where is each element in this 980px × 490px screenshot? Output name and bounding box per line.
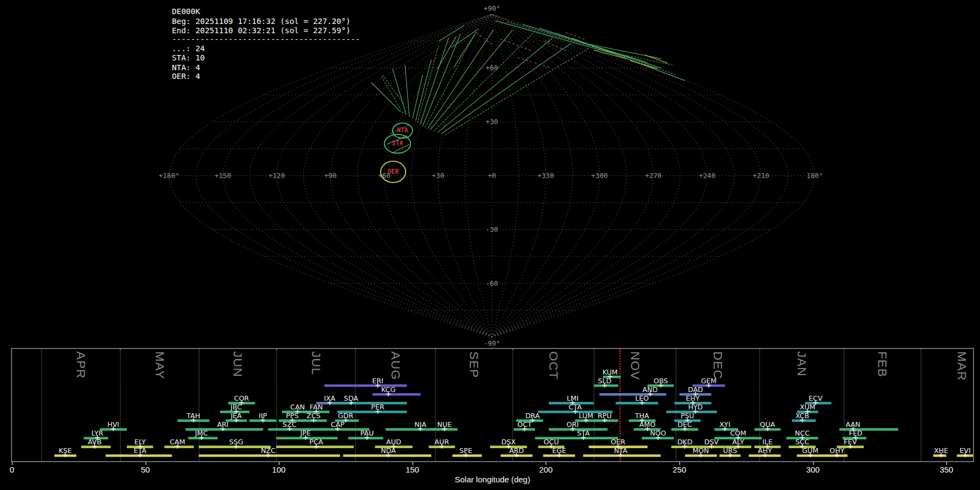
month-boundary-line <box>921 349 921 462</box>
x-tick-label: 100 <box>272 465 286 474</box>
month-label: OCT <box>547 351 561 379</box>
x-tick-label: 250 <box>673 465 687 474</box>
x-tick-label: 300 <box>806 465 820 474</box>
month-boundary-line <box>276 349 277 462</box>
shower-peak-marker-kcg: + <box>385 389 392 398</box>
shower-peak-marker-xcb: + <box>799 415 806 424</box>
x-tick-label: 0 <box>10 465 14 474</box>
shower-peak-marker-obs: + <box>658 381 664 389</box>
shower-bar-kcg <box>372 393 420 396</box>
shower-peak-marker-xyi: + <box>722 424 728 433</box>
shower-peak-marker-ari: + <box>219 424 226 433</box>
shower-peak-marker-ssg: + <box>233 442 240 450</box>
shower-peak-marker-nue: + <box>442 424 448 433</box>
month-label: JAN <box>795 351 809 377</box>
shower-peak-marker-jea: + <box>233 415 240 424</box>
month-boundary-line <box>120 349 120 462</box>
month-label: JUN <box>231 351 245 377</box>
month-label: MAY <box>152 351 167 379</box>
shower-peak-marker-nta: + <box>617 451 624 460</box>
shower-peak-marker-evi: + <box>962 451 969 460</box>
shower-peak-marker-nda: + <box>385 451 392 460</box>
shower-peak-marker-nia: + <box>417 424 424 433</box>
shower-peak-marker-kse: + <box>62 451 69 460</box>
shower-peak-marker-zcs: + <box>310 415 317 424</box>
month-boundary-line <box>199 349 199 462</box>
shower-peak-marker-sta: + <box>580 433 587 442</box>
plot-stage: +90°+60+30-30-60-90°+180°+150+120+90+60+… <box>0 0 980 490</box>
month-boundary-line <box>594 349 595 462</box>
shower-peak-marker-xhe: + <box>938 451 945 460</box>
shower-peak-marker-sld: + <box>602 381 608 389</box>
month-label: APR <box>74 351 88 379</box>
shower-peak-marker-jpe: + <box>302 433 309 442</box>
shower-peak-marker-szc: + <box>286 424 293 433</box>
shower-peak-marker-pau: + <box>364 433 370 442</box>
shower-peak-marker-rpu: + <box>602 415 608 424</box>
shower-peak-marker-fev: + <box>847 442 854 450</box>
month-boundary-line <box>355 349 356 462</box>
shower-peak-marker-pca: + <box>313 442 320 450</box>
x-axis-title: Solar longitude (deg) <box>11 475 974 484</box>
timeline-plot-area: APRMAYJUNJULAUGSEPOCTNOVDECJANFEBMARKUM+… <box>11 348 974 462</box>
month-label: AUG <box>388 351 402 380</box>
month-boundary-line <box>759 349 760 462</box>
month-boundary-line <box>41 349 42 462</box>
x-tick-label: 150 <box>406 465 419 474</box>
shower-peak-marker-mon: + <box>697 451 704 460</box>
shower-peak-marker-aur: + <box>439 442 445 450</box>
shower-peak-marker-per: + <box>375 407 381 415</box>
shower-peak-marker-urs: + <box>727 451 733 460</box>
shower-peak-marker-sda: + <box>348 398 354 407</box>
shower-peak-marker-eta: + <box>137 451 143 460</box>
month-label: SEP <box>467 351 481 378</box>
shower-peak-marker-spe: + <box>463 451 469 460</box>
shower-peak-marker-dec: + <box>682 424 688 433</box>
shower-peak-marker-avb: + <box>91 442 98 450</box>
month-label: JUL <box>309 351 323 375</box>
shower-peak-marker-tah: + <box>191 415 197 424</box>
shower-peak-marker-qua: + <box>764 424 771 433</box>
shower-peak-marker-dkd: + <box>682 442 688 450</box>
shower-peak-marker-noo: + <box>655 433 661 442</box>
shower-peak-marker-leo: + <box>639 398 645 407</box>
x-tick-label: 50 <box>141 465 150 474</box>
shower-peak-marker-ahy: + <box>762 451 768 460</box>
month-boundary-line <box>676 349 676 462</box>
x-tick-label: 200 <box>539 465 553 474</box>
shower-peak-marker-hvi: + <box>110 424 117 433</box>
shower-peak-marker-ori: + <box>569 424 576 433</box>
month-label: FEB <box>875 351 890 377</box>
month-label: NOV <box>628 351 642 380</box>
shower-peak-marker-ohy: + <box>834 451 841 460</box>
activity-timeline: APRMAYJUNJULAUGSEPOCTNOVDECJANFEBMARKUM+… <box>0 0 980 490</box>
shower-peak-marker-ege: + <box>556 451 562 460</box>
shower-peak-marker-eri: + <box>375 381 381 389</box>
shower-peak-marker-cap: + <box>334 424 341 433</box>
shower-peak-marker-dsv: + <box>708 442 715 450</box>
shower-peak-marker-jmc: + <box>198 433 205 442</box>
shower-peak-marker-cam: + <box>174 442 181 450</box>
x-tick-label: 350 <box>940 465 953 474</box>
shower-peak-marker-iip: + <box>260 415 266 424</box>
shower-peak-marker-nzc: + <box>265 451 272 460</box>
shower-peak-marker-gum: + <box>807 451 813 460</box>
shower-peak-marker-oct: + <box>522 424 528 433</box>
shower-peak-marker-gem: + <box>706 381 712 389</box>
shower-peak-marker-lum: + <box>583 415 589 424</box>
shower-peak-marker-ard: + <box>513 451 520 460</box>
month-label: DEC <box>710 351 725 379</box>
month-label: MAR <box>954 351 969 381</box>
shower-peak-marker-cta: + <box>572 407 579 415</box>
